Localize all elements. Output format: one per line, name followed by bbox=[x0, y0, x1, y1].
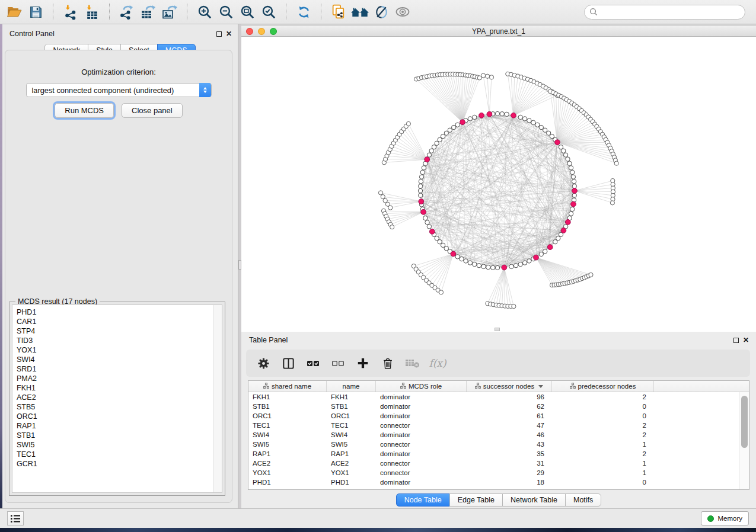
table-row[interactable]: SWI4SWI4dominator462 bbox=[248, 430, 739, 440]
network-node[interactable] bbox=[381, 195, 385, 199]
cell-predecessor-nodes[interactable]: 1 bbox=[552, 468, 654, 477]
mcds-node[interactable] bbox=[511, 113, 516, 118]
cell-successor-nodes[interactable]: 47 bbox=[467, 421, 552, 430]
mcds-node[interactable] bbox=[565, 220, 570, 225]
mcds-node[interactable] bbox=[555, 140, 560, 145]
mcds-node[interactable] bbox=[534, 255, 539, 260]
cell-predecessor-nodes[interactable]: 0 bbox=[552, 411, 654, 421]
network-node[interactable] bbox=[522, 261, 527, 265]
table-row[interactable]: RAP1RAP1dominator352 bbox=[248, 449, 739, 459]
network-node[interactable] bbox=[572, 193, 576, 197]
refresh-view-button[interactable] bbox=[293, 2, 314, 22]
network-node[interactable] bbox=[419, 193, 423, 197]
network-node[interactable] bbox=[509, 264, 513, 268]
network-node[interactable] bbox=[419, 180, 423, 184]
unselect-all-rows-button[interactable] bbox=[328, 353, 348, 373]
tab-motifs[interactable]: Motifs bbox=[565, 493, 601, 507]
cell-shared-name[interactable]: STB1 bbox=[248, 402, 327, 411]
delete-columns-button[interactable] bbox=[378, 353, 398, 373]
mcds-result-item[interactable]: SRD1 bbox=[17, 364, 222, 374]
cell-mcds-role[interactable]: dominator bbox=[376, 392, 467, 402]
network-node[interactable] bbox=[572, 184, 576, 188]
cell-successor-nodes[interactable]: 96 bbox=[467, 392, 552, 402]
node-table[interactable]: shared namenameMCDS rolesuccessor nodesp… bbox=[248, 380, 749, 490]
network-node[interactable] bbox=[562, 149, 566, 153]
mcds-result-item[interactable]: PHD1 bbox=[17, 307, 222, 317]
mcds-result-item[interactable]: TID3 bbox=[17, 336, 222, 345]
network-node[interactable] bbox=[566, 157, 570, 161]
mcds-node[interactable] bbox=[451, 251, 456, 257]
cell-name[interactable]: YOX1 bbox=[327, 468, 376, 477]
network-node[interactable] bbox=[610, 201, 614, 205]
mcds-node[interactable] bbox=[479, 113, 484, 118]
cell-name[interactable]: FKH1 bbox=[327, 392, 376, 402]
cell-mcds-role[interactable]: connector bbox=[376, 468, 467, 477]
cell-mcds-role[interactable]: dominator bbox=[376, 411, 467, 421]
cell-mcds-role[interactable]: dominator bbox=[376, 430, 467, 440]
show-panels-menu-button[interactable] bbox=[7, 511, 24, 525]
mcds-result-item[interactable]: YOX1 bbox=[17, 345, 222, 355]
cell-predecessor-nodes[interactable]: 2 bbox=[552, 421, 654, 430]
network-node[interactable] bbox=[569, 211, 573, 216]
cell-shared-name[interactable]: TEC1 bbox=[248, 421, 327, 430]
cell-name[interactable]: SWI5 bbox=[327, 440, 376, 449]
network-node[interactable] bbox=[518, 262, 522, 266]
network-node[interactable] bbox=[481, 73, 486, 78]
cell-name[interactable]: STB1 bbox=[327, 402, 376, 411]
mcds-result-item[interactable]: STB5 bbox=[17, 402, 222, 412]
cytoscape-home-button[interactable] bbox=[349, 2, 371, 22]
cell-successor-nodes[interactable]: 18 bbox=[467, 477, 552, 487]
table-settings-button[interactable] bbox=[253, 353, 273, 373]
network-node[interactable] bbox=[427, 225, 431, 229]
network-node[interactable] bbox=[522, 117, 527, 121]
close-table-panel-icon[interactable]: ✕ bbox=[743, 338, 749, 343]
network-node[interactable] bbox=[500, 112, 504, 116]
network-node[interactable] bbox=[569, 166, 573, 170]
network-node[interactable] bbox=[486, 265, 490, 269]
network-node[interactable] bbox=[571, 175, 575, 179]
close-panel-icon[interactable]: ✕ bbox=[226, 31, 232, 37]
cell-shared-name[interactable]: PHD1 bbox=[248, 477, 327, 487]
delete-table-button[interactable] bbox=[403, 353, 423, 373]
cell-successor-nodes[interactable]: 46 bbox=[467, 430, 552, 440]
zoom-selected-button[interactable] bbox=[258, 2, 279, 22]
network-node[interactable] bbox=[556, 236, 560, 241]
cell-name[interactable]: RAP1 bbox=[327, 449, 376, 459]
mcds-node[interactable] bbox=[460, 120, 465, 125]
network-node[interactable] bbox=[455, 123, 460, 127]
table-row[interactable]: PHD1PHD1dominator180 bbox=[248, 477, 739, 487]
mcds-node[interactable] bbox=[571, 201, 576, 207]
network-node[interactable] bbox=[512, 305, 516, 309]
network-canvas[interactable] bbox=[241, 37, 756, 332]
cell-shared-name[interactable]: RAP1 bbox=[248, 449, 327, 459]
network-node[interactable] bbox=[527, 118, 531, 123]
share-network-button[interactable] bbox=[328, 2, 349, 22]
mcds-result-item[interactable]: TEC1 bbox=[17, 450, 222, 459]
network-node[interactable] bbox=[423, 216, 428, 220]
cell-successor-nodes[interactable]: 31 bbox=[467, 459, 552, 468]
network-node[interactable] bbox=[518, 115, 522, 119]
table-row[interactable]: FKH1FKH1dominator962 bbox=[248, 392, 739, 402]
cell-predecessor-nodes[interactable]: 1 bbox=[552, 459, 654, 468]
zoom-out-button[interactable] bbox=[215, 2, 237, 22]
cell-mcds-role[interactable]: dominator bbox=[376, 402, 467, 411]
network-node[interactable] bbox=[425, 220, 429, 225]
criterion-dropdown[interactable]: largest connected component (undirected) bbox=[26, 83, 212, 97]
mcds-result-item[interactable]: SWI4 bbox=[17, 355, 222, 364]
cell-mcds-role[interactable]: connector bbox=[376, 440, 467, 449]
network-node[interactable] bbox=[439, 290, 443, 294]
network-node[interactable] bbox=[432, 145, 436, 149]
cell-shared-name[interactable]: SWI5 bbox=[248, 440, 327, 449]
network-node[interactable] bbox=[419, 184, 423, 188]
network-node[interactable] bbox=[495, 111, 499, 116]
close-window-button[interactable] bbox=[246, 28, 253, 35]
column-header-successor-nodes[interactable]: successor nodes bbox=[467, 381, 552, 392]
hide-annotations-button[interactable] bbox=[371, 2, 392, 22]
cell-name[interactable]: ORC1 bbox=[327, 411, 376, 421]
network-node[interactable] bbox=[589, 273, 593, 277]
network-node[interactable] bbox=[614, 161, 618, 165]
run-mcds-button[interactable]: Run MCDS bbox=[55, 103, 114, 118]
network-node[interactable] bbox=[539, 125, 543, 129]
search-input[interactable] bbox=[601, 8, 740, 16]
tab-node-table[interactable]: Node Table bbox=[396, 493, 450, 507]
